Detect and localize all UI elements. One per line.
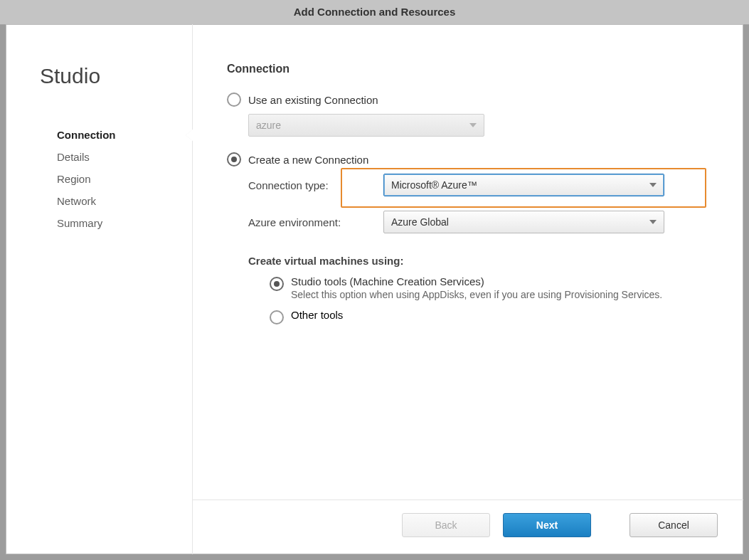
radio-create-new[interactable]: Create a new Connection bbox=[227, 152, 718, 167]
radio-studio-tools[interactable]: Studio tools (Machine Creation Services)… bbox=[270, 275, 718, 300]
radio-icon bbox=[227, 152, 241, 167]
cancel-button[interactable]: Cancel bbox=[630, 513, 718, 537]
connection-type-value: Microsoft® Azure™ bbox=[391, 179, 477, 191]
studio-brand: Studio bbox=[6, 64, 192, 124]
studio-tools-text: Studio tools (Machine Creation Services)… bbox=[291, 275, 662, 300]
chevron-down-icon bbox=[649, 183, 657, 187]
step-region[interactable]: Region bbox=[6, 168, 192, 190]
connection-type-select[interactable]: Microsoft® Azure™ bbox=[383, 174, 664, 196]
connection-type-row: Connection type: Microsoft® Azure™ bbox=[248, 174, 718, 196]
radio-icon bbox=[270, 277, 284, 291]
radio-icon bbox=[227, 93, 241, 107]
step-details[interactable]: Details bbox=[6, 146, 192, 168]
vm-section-title: Create virtual machines using: bbox=[248, 255, 718, 267]
chevron-down-icon bbox=[649, 220, 657, 224]
radio-other-tools[interactable]: Other tools bbox=[270, 309, 718, 324]
connection-page: Connection Use an existing Connection az… bbox=[193, 24, 743, 500]
radio-icon bbox=[270, 310, 284, 324]
wizard-footer: Back Next Cancel bbox=[193, 500, 743, 554]
radio-create-new-label: Create a new Connection bbox=[248, 154, 368, 166]
step-summary[interactable]: Summary bbox=[6, 212, 192, 234]
other-tools-label: Other tools bbox=[291, 309, 343, 321]
studio-tools-desc: Select this option when using AppDisks, … bbox=[291, 289, 662, 300]
azure-env-row: Azure environment: Azure Global bbox=[248, 211, 718, 233]
existing-connection-value: azure bbox=[256, 120, 281, 131]
page-title: Connection bbox=[227, 63, 718, 75]
back-button: Back bbox=[402, 513, 490, 537]
step-network[interactable]: Network bbox=[6, 190, 192, 212]
studio-tools-label: Studio tools (Machine Creation Services) bbox=[291, 275, 484, 287]
wizard-card: Studio Connection Details Region Network… bbox=[6, 24, 743, 554]
connection-type-label: Connection type: bbox=[248, 179, 383, 191]
azure-env-select[interactable]: Azure Global bbox=[383, 211, 664, 233]
wizard-window: Add Connection and Resources Studio Conn… bbox=[0, 0, 749, 560]
existing-connection-select: azure bbox=[248, 114, 484, 137]
radio-use-existing-label: Use an existing Connection bbox=[248, 94, 378, 106]
radio-use-existing[interactable]: Use an existing Connection bbox=[227, 93, 718, 107]
window-title: Add Connection and Resources bbox=[0, 0, 749, 25]
step-list: Connection Details Region Network Summar… bbox=[6, 124, 192, 234]
chevron-down-icon bbox=[469, 123, 477, 127]
azure-env-label: Azure environment: bbox=[248, 216, 383, 228]
step-connection[interactable]: Connection bbox=[6, 124, 192, 146]
wizard-main: Connection Use an existing Connection az… bbox=[193, 24, 743, 554]
next-button[interactable]: Next bbox=[503, 513, 591, 537]
wizard-sidebar: Studio Connection Details Region Network… bbox=[6, 24, 193, 554]
azure-env-value: Azure Global bbox=[391, 216, 449, 228]
